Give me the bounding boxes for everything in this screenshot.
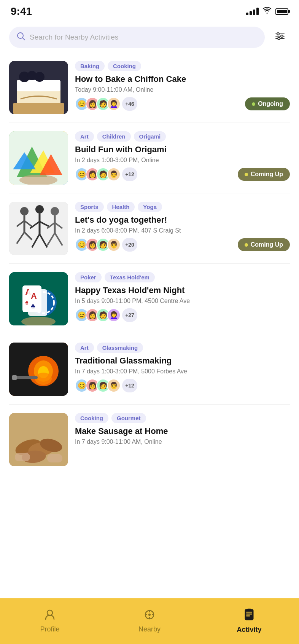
activity-card[interactable]: Baking Cooking How to Bake a Chiffon Cak… [0,53,299,123]
nav-profile[interactable]: Profile [0,609,100,633]
status-label: Ongoing [258,100,283,107]
svg-point-22 [20,207,29,215]
activity-footer: 😊 👩 🧑 👨 +12 [75,379,290,392]
activity-image [9,413,68,466]
activity-tags: Cooking Gourmet [75,413,290,423]
activity-content: Art Glassmaking Traditional Glassmaking … [75,343,290,392]
filter-icon [275,32,285,43]
activity-card[interactable]: A ♠ A ♣ Poker Texas Hold'em Happy Texas … [0,264,299,334]
activity-footer: 😊 👩 🧑 👩‍🦱 +27 [75,308,290,322]
activity-image [9,202,68,255]
activity-title: Happy Texas Hold'em Night [75,285,290,295]
avatars: 😊 👩 🧑 👩‍🦱 +27 [75,308,137,322]
nav-activity[interactable]: Activity [199,609,299,634]
activity-time: In 2 days 1:00-3:00 PM, Online [75,157,290,164]
search-placeholder: Search for Nearby Activities [30,33,257,41]
activity-card[interactable]: Art Glassmaking Traditional Glassmaking … [0,334,299,404]
avatar: 👩‍🦱 [107,308,121,322]
avatar-count: +27 [122,308,137,322]
svg-rect-14 [13,103,64,114]
activity-tags: Sports Health Yoga [75,202,290,212]
activity-image [9,61,68,114]
svg-point-54 [35,373,52,385]
activity-list: Baking Cooking How to Bake a Chiffon Cak… [0,53,299,536]
svg-rect-74 [246,612,252,613]
activity-image [9,343,68,396]
tag-baking: Baking [75,61,105,71]
tag-art: Art [75,343,94,353]
status-badge: Coming Up [238,168,290,181]
svg-point-5 [277,33,279,35]
status-bar: 9:41 [0,0,299,21]
activity-card[interactable]: Cooking Gourmet Make Sausage at Home In … [0,405,299,475]
activity-title: Make Sausage at Home [75,426,290,436]
tag-cooking: Cooking [108,61,141,71]
avatar-count: +46 [122,97,137,111]
activity-tags: Poker Texas Hold'em [75,272,290,282]
activity-title: Let's do yoga together! [75,215,290,225]
svg-point-6 [281,35,283,37]
svg-rect-63 [47,454,62,462]
svg-point-34 [51,207,59,215]
avatar-count: +12 [122,167,137,181]
tag-art: Art [75,131,94,142]
tag-cooking: Cooking [75,413,108,423]
svg-text:♣: ♣ [31,302,35,310]
activity-content: Art Children Origami Build Fun with Orig… [75,131,290,181]
svg-rect-56 [12,375,17,380]
activity-icon [243,609,255,623]
activity-tags: Baking Cooking [75,61,290,71]
tag-texas-holdem: Texas Hold'em [105,272,155,282]
nav-activity-label: Activity [237,626,261,634]
tag-sports: Sports [75,202,104,212]
tag-yoga: Yoga [138,202,162,212]
activity-time: In 5 days 9:00-11:00 PM, 4500 Centre Ave [75,298,290,304]
avatar: 👨 [107,238,121,252]
filter-button[interactable] [270,27,290,47]
avatar-count: +20 [122,238,137,252]
nav-nearby[interactable]: Nearby [100,609,199,633]
status-icons [246,7,288,16]
svg-line-1 [22,38,25,40]
svg-rect-62 [15,453,30,461]
tag-poker: Poker [75,272,102,282]
status-dot [252,102,255,106]
profile-icon [44,609,56,623]
status-badge: Coming Up [238,238,290,251]
svg-rect-76 [246,615,250,617]
tag-children: Children [97,131,131,142]
avatar-count: +12 [122,379,137,392]
activity-content: Poker Texas Hold'em Happy Texas Hold'em … [75,272,290,322]
activity-footer: 😊 👩 🧑 👨 +12 Coming Up [75,167,290,181]
svg-point-7 [278,37,280,40]
status-label: Coming Up [251,171,283,178]
tag-glassmaking: Glassmaking [97,343,143,353]
activity-title: How to Bake a Chiffon Cake [75,74,290,84]
activity-content: Baking Cooking How to Bake a Chiffon Cak… [75,61,290,111]
activity-time: In 2 days 6:00-8:00 PM, 407 S Craig St [75,227,290,234]
status-time: 9:41 [11,5,32,18]
status-label: Coming Up [251,241,283,248]
battery-icon [275,8,288,15]
activity-image: A ♠ A ♣ [9,272,68,325]
search-container: Search for Nearby Activities [0,21,299,53]
activity-title: Traditional Glassmaking [75,356,290,366]
status-dot [245,173,248,176]
bottom-nav: Profile Nearby Activity [0,598,299,644]
avatars: 😊 👩 🧑 👨 +12 [75,379,137,392]
activity-footer: 😊 👩 🧑 👩‍🦱 +46 Ongoing [75,97,290,111]
svg-rect-71 [245,609,253,620]
avatar: 👩‍🦱 [107,97,121,111]
activity-card[interactable]: Sports Health Yoga Let's do yoga togethe… [0,193,299,263]
search-bar[interactable]: Search for Nearby Activities [9,27,265,48]
activity-footer: 😊 👩 🧑 👨 +20 Coming Up [75,238,290,252]
avatars: 😊 👩 🧑 👨 +12 [75,167,137,181]
activity-card[interactable]: Art Children Origami Build Fun with Orig… [0,123,299,193]
nav-profile-label: Profile [40,625,59,633]
nav-nearby-label: Nearby [138,625,161,633]
activity-content: Sports Health Yoga Let's do yoga togethe… [75,202,290,252]
search-icon [17,32,25,43]
avatars: 😊 👩 🧑 👩‍🦱 +46 [75,97,137,111]
activity-image [9,131,68,185]
wifi-icon [262,7,272,16]
